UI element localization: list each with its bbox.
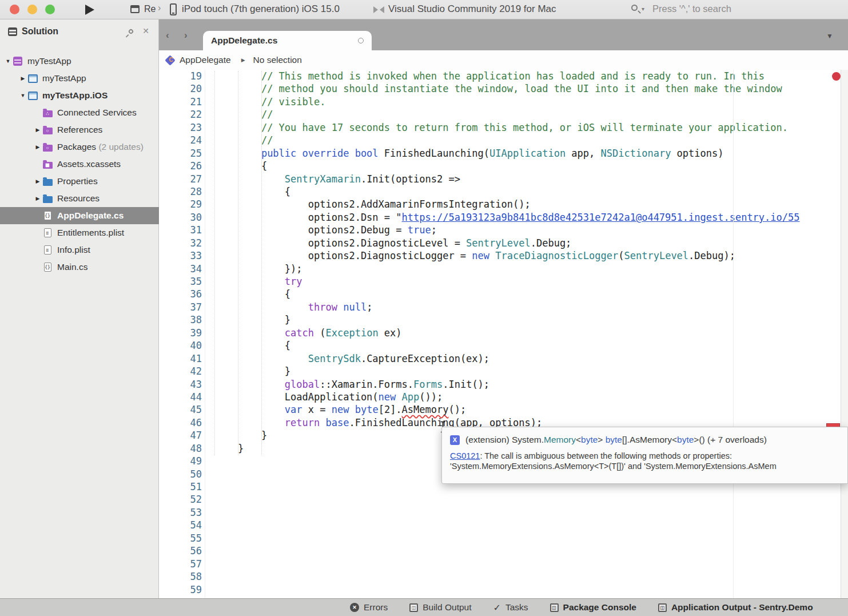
line-number[interactable]: 53 — [159, 506, 202, 519]
line-number[interactable]: 31 — [159, 224, 202, 236]
close-pad-icon[interactable]: ✕ — [142, 26, 149, 35]
navigate-forward-icon[interactable]: › — [184, 30, 188, 41]
line-number[interactable]: 34 — [159, 263, 202, 275]
line-number[interactable]: 28 — [159, 185, 202, 198]
line-number[interactable]: 49 — [159, 455, 202, 467]
configuration-selector[interactable]: Re — [144, 4, 156, 14]
breadcrumb-selection[interactable]: No selection — [253, 55, 302, 65]
line-number[interactable]: 44 — [159, 391, 202, 403]
code-line-53: 53 — [159, 506, 848, 519]
tab-appdelegate[interactable]: AppDelegate.cs — [203, 31, 372, 50]
tree-item-mytestapp[interactable]: ▶myTestApp — [0, 70, 159, 87]
configuration-icon[interactable] — [130, 5, 140, 13]
tree-item-connected-services[interactable]: ∴Connected Services — [0, 104, 159, 121]
close-window-button[interactable] — [10, 5, 19, 14]
line-number[interactable]: 29 — [159, 198, 202, 210]
line-number[interactable]: 43 — [159, 378, 202, 391]
disclosure-right-icon[interactable]: ▶ — [33, 178, 42, 184]
line-number[interactable]: 26 — [159, 160, 202, 172]
minimize-window-button[interactable] — [27, 5, 37, 14]
code-line-35: 35 try — [159, 275, 848, 288]
tree-item-entitlements-plist[interactable]: ≡Entitlements.plist — [0, 224, 159, 241]
sentry-dsn-link[interactable]: https://5a193123a9b841bc8d8e42531e7242a1… — [402, 212, 800, 223]
error-tooltip: X (extension) System.Memory<byte> byte[]… — [441, 427, 848, 484]
tree-item-label: AppDelegate.cs — [57, 210, 124, 221]
line-number[interactable]: 22 — [159, 108, 202, 121]
output-pad-icon: ◫ — [658, 603, 667, 612]
line-number[interactable]: 37 — [159, 301, 202, 313]
code-editor[interactable]: 19 // This method is invoked when the ap… — [159, 70, 848, 598]
breadcrumb-class[interactable]: AppDelegate — [180, 55, 231, 65]
navigate-back-icon[interactable]: ‹ — [166, 30, 169, 41]
line-number[interactable]: 21 — [159, 96, 202, 108]
pad-button-package-console[interactable]: ◫Package Console — [550, 602, 636, 613]
line-number[interactable]: 48 — [159, 442, 202, 455]
pad-button-errors[interactable]: ✕Errors — [350, 602, 388, 613]
line-number[interactable]: 46 — [159, 416, 202, 429]
tree-item-appdelegate-cs[interactable]: {}AppDelegate.cs — [0, 207, 159, 224]
line-number[interactable]: 24 — [159, 134, 202, 146]
disclosure-down-icon[interactable]: ▼ — [18, 93, 27, 98]
tab-overflow-icon[interactable]: ▼ — [826, 32, 833, 40]
tree-item-packages[interactable]: ▶○Packages (2 updates) — [0, 138, 159, 156]
line-number[interactable]: 20 — [159, 82, 202, 95]
line-number[interactable]: 25 — [159, 147, 202, 160]
error-status-dot[interactable] — [832, 72, 841, 81]
line-number[interactable]: 47 — [159, 429, 202, 442]
tab-close-icon[interactable] — [358, 38, 364, 43]
tree-item-mytestapp-ios[interactable]: ▼myTestApp.iOS — [0, 87, 159, 104]
tree-item-assets-xcassets[interactable]: ▦Assets.xcassets — [0, 156, 159, 173]
pad-button-application-output-sentry-demo[interactable]: ◫Application Output - Sentry.Demo — [658, 602, 813, 613]
pad-button-build-output[interactable]: ◫Build Output — [409, 602, 471, 613]
line-number[interactable]: 52 — [159, 493, 202, 506]
tree-item-mytestapp[interactable]: ▼myTestApp — [0, 53, 159, 70]
code-line-59: 59 — [159, 583, 848, 596]
scrollbar-track[interactable] — [841, 70, 848, 598]
line-number[interactable]: 23 — [159, 121, 202, 134]
line-number[interactable]: 56 — [159, 545, 202, 557]
line-text: { — [202, 288, 290, 300]
line-number[interactable]: 32 — [159, 237, 202, 249]
line-number[interactable]: 36 — [159, 288, 202, 300]
line-text: options2.DiagnosticLevel = SentryLevel.D… — [202, 237, 571, 249]
disclosure-down-icon[interactable]: ▼ — [3, 58, 13, 64]
search-input[interactable]: Press '^,' to search — [652, 3, 731, 14]
error-code-link[interactable]: CS0121 — [450, 451, 480, 460]
zoom-window-button[interactable] — [45, 5, 55, 14]
line-number[interactable]: 30 — [159, 211, 202, 224]
line-number[interactable]: 41 — [159, 352, 202, 365]
device-selector[interactable]: iPod touch (7th generation) iOS 15.0 — [182, 3, 340, 15]
line-number[interactable]: 27 — [159, 173, 202, 185]
line-number[interactable]: 57 — [159, 558, 202, 570]
tree-item-properties[interactable]: ▶Properties — [0, 173, 159, 190]
project-icon — [27, 90, 38, 101]
pad-button-tasks[interactable]: ✓Tasks — [493, 602, 528, 613]
disclosure-right-icon[interactable]: ▶ — [33, 144, 42, 150]
line-number[interactable]: 38 — [159, 313, 202, 326]
line-number[interactable]: 39 — [159, 327, 202, 339]
tree-item-references[interactable]: ▶○References — [0, 121, 159, 138]
tree-item-main-cs[interactable]: {}Main.cs — [0, 259, 159, 276]
line-number[interactable]: 40 — [159, 339, 202, 352]
line-number[interactable]: 50 — [159, 468, 202, 480]
line-number[interactable]: 45 — [159, 403, 202, 416]
disclosure-right-icon[interactable]: ▶ — [33, 196, 42, 201]
line-number[interactable]: 33 — [159, 249, 202, 262]
line-number[interactable]: 55 — [159, 532, 202, 545]
line-text: options2.DiagnosticLogger = new TraceDia… — [202, 249, 735, 262]
tree-item-resources[interactable]: ▶Resources — [0, 190, 159, 207]
disclosure-right-icon[interactable]: ▶ — [33, 127, 42, 133]
run-icon[interactable] — [85, 5, 94, 15]
pin-icon[interactable] — [128, 28, 134, 34]
line-number[interactable]: 54 — [159, 519, 202, 531]
line-number[interactable]: 51 — [159, 480, 202, 493]
search-icon[interactable] — [631, 5, 638, 11]
line-number[interactable]: 42 — [159, 365, 202, 377]
disclosure-right-icon[interactable]: ▶ — [18, 75, 27, 81]
tree-item-label: myTestApp — [27, 56, 71, 66]
line-number[interactable]: 19 — [159, 70, 202, 82]
line-number[interactable]: 59 — [159, 583, 202, 596]
line-number[interactable]: 35 — [159, 275, 202, 288]
line-number[interactable]: 58 — [159, 570, 202, 583]
tree-item-info-plist[interactable]: ≡Info.plist — [0, 241, 159, 259]
